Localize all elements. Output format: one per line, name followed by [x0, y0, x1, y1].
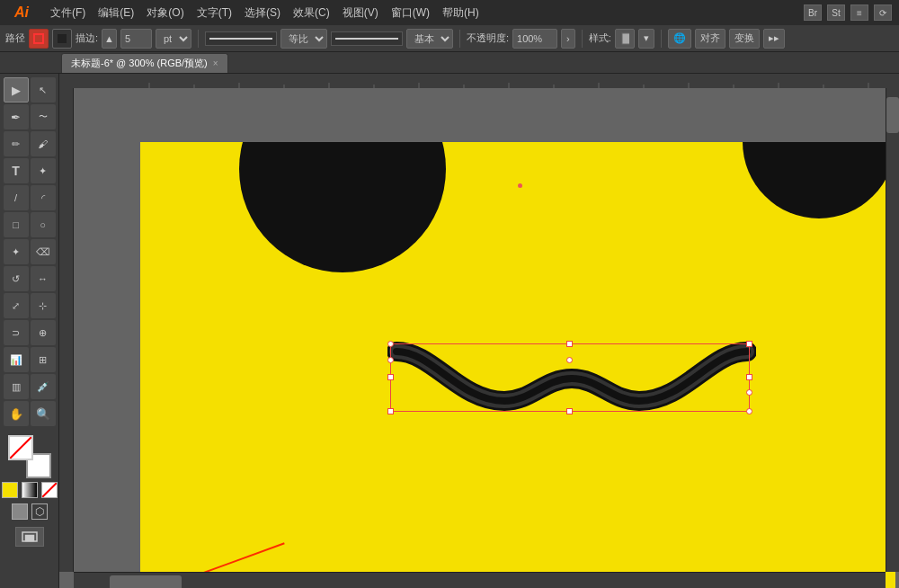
tool-row-7: ✦ ⌫	[4, 239, 56, 264]
fill-swatch-fg[interactable]	[8, 435, 33, 460]
direct-select-tool[interactable]: ↖	[31, 77, 56, 102]
touch-type-tool[interactable]: ✦	[31, 158, 56, 183]
document-tab[interactable]: 未标题-6* @ 300% (RGB/预览) ×	[61, 53, 228, 73]
scrollbar-thumb-h[interactable]	[110, 575, 182, 588]
web-btn[interactable]: 🌐	[668, 29, 691, 49]
blob-brush-tool[interactable]: 🖌	[31, 131, 56, 156]
ellipse-tool[interactable]: ○	[31, 212, 56, 237]
line-tool[interactable]: /	[4, 185, 29, 210]
handle-mid-right[interactable]	[746, 374, 752, 380]
bridge-icon[interactable]: Br	[804, 4, 822, 21]
handle-bot-right[interactable]	[746, 408, 752, 414]
menu-help[interactable]: 帮助(H)	[437, 4, 485, 22]
pen-tool[interactable]: ✒	[4, 104, 29, 129]
tool-row-11: 📊 ⊞	[4, 347, 56, 372]
menu-select[interactable]: 选择(S)	[239, 4, 286, 22]
svg-rect-6	[25, 535, 34, 541]
scrollbar-horizontal[interactable]	[74, 572, 886, 588]
curvature-tool[interactable]: 〜	[31, 104, 56, 129]
menu-effect[interactable]: 效果(C)	[288, 4, 335, 22]
svg-line-4	[42, 483, 57, 497]
handle-top-mid[interactable]	[566, 341, 573, 347]
zoom-tool[interactable]: 🔍	[31, 401, 56, 426]
type-tool[interactable]: T	[4, 158, 29, 183]
warp-tool[interactable]: ⊃	[4, 320, 29, 345]
stroke-ratio-select[interactable]: 等比	[280, 29, 327, 49]
menu-edit[interactable]: 编辑(E)	[93, 4, 139, 22]
black-circle-topright	[743, 142, 895, 218]
color-mode-row: ⬡	[12, 503, 48, 520]
color-mode-btn[interactable]	[12, 503, 28, 520]
column-graph-tool[interactable]: 📊	[4, 347, 29, 372]
stroke-width-input[interactable]	[120, 29, 152, 49]
opacity-label: 不透明度:	[467, 31, 509, 45]
rect-tool[interactable]: □	[4, 212, 29, 237]
eyedropper-tool[interactable]: 💉	[31, 374, 56, 399]
scrollbar-vertical[interactable]	[886, 88, 899, 572]
menu-file[interactable]: 文件(F)	[45, 4, 91, 22]
yellow-swatch[interactable]	[2, 482, 18, 498]
menu-view[interactable]: 视图(V)	[337, 4, 384, 22]
style-dropdown[interactable]: ▾	[638, 29, 654, 49]
stroke-width-stepper[interactable]: ▲	[102, 29, 117, 49]
gradient-swatch[interactable]	[22, 482, 38, 498]
eraser-tool[interactable]: ⌫	[31, 239, 56, 264]
menu-window[interactable]: 窗口(W)	[386, 4, 435, 22]
sync-icon[interactable]: ⟳	[874, 4, 892, 21]
handle-top-right[interactable]	[746, 341, 752, 347]
tool-row-13: ✋ 🔍	[4, 401, 56, 426]
tab-close-btn[interactable]: ×	[213, 58, 218, 68]
select-tool[interactable]: ▶	[4, 77, 29, 102]
fill-color-btn[interactable]	[52, 29, 72, 49]
options-toolbar: 路径 描边: ▲ pt 等比 基本 不透明度: › 样式: ▾ 🌐 对齐 变换 …	[0, 25, 899, 52]
menu-object[interactable]: 对象(O)	[141, 4, 189, 22]
mustache-shape	[387, 338, 756, 423]
puppet-warp-tool[interactable]: ⊕	[31, 320, 56, 345]
handle-bot-left[interactable]	[387, 408, 394, 414]
swatch-btn[interactable]: ⬡	[31, 503, 48, 520]
canvas-area[interactable]	[59, 74, 899, 588]
anchor-right[interactable]	[746, 389, 752, 396]
app-logo: Ai	[7, 1, 36, 25]
opacity-input[interactable]	[512, 29, 557, 49]
scale-tool[interactable]: ⤢	[4, 293, 29, 318]
handle-bot-mid[interactable]	[566, 408, 573, 414]
scrollbar-thumb-v[interactable]	[886, 97, 899, 133]
handle-mid-left[interactable]	[387, 374, 394, 380]
center-mark	[518, 183, 522, 188]
stroke-label: 描边:	[76, 31, 98, 45]
arc-tool[interactable]: ◜	[31, 185, 56, 210]
mesh-tool[interactable]: ⊞	[31, 347, 56, 372]
paintbrush-tool[interactable]: ✦	[4, 239, 29, 264]
opacity-more-btn[interactable]: ›	[561, 29, 575, 49]
more-btn[interactable]: ▸▸	[763, 29, 785, 49]
transform-btn[interactable]: 变换	[729, 29, 760, 49]
stock-icon[interactable]: St	[827, 4, 845, 21]
stroke-type-select[interactable]: 基本	[406, 29, 453, 49]
hand-tool[interactable]: ✋	[4, 401, 29, 426]
stroke-unit-select[interactable]: pt	[156, 29, 191, 49]
align-btn[interactable]: 对齐	[695, 29, 725, 49]
anchor-mid[interactable]	[566, 357, 573, 363]
tool-row-10: ⊃ ⊕	[4, 320, 56, 345]
selection-bounding-box	[390, 343, 750, 412]
style-swatch[interactable]	[615, 29, 635, 49]
title-bar-right: Br St ≡ ⟳	[804, 4, 892, 21]
rotate-tool[interactable]: ↺	[4, 266, 29, 291]
tool-row-5: / ◜	[4, 185, 56, 210]
menu-type[interactable]: 文字(T)	[191, 4, 237, 22]
stroke-color-btn[interactable]	[29, 29, 49, 49]
black-circle-topleft	[239, 142, 446, 272]
menu-icon[interactable]: ≡	[850, 4, 868, 21]
gradient-tool[interactable]: ▥	[4, 374, 29, 399]
pencil-tool[interactable]: ✏	[4, 131, 29, 156]
stroke-type-preview	[331, 31, 403, 46]
none-swatch[interactable]	[41, 482, 58, 498]
artboards-btn[interactable]	[15, 527, 44, 547]
anchor-left[interactable]	[387, 357, 394, 363]
handle-top-left[interactable]	[387, 341, 394, 347]
style-label: 样式:	[589, 31, 611, 45]
tool-row-12: ▥ 💉	[4, 374, 56, 399]
shear-tool[interactable]: ⊹	[31, 293, 56, 318]
reflect-tool[interactable]: ↔	[31, 266, 56, 291]
